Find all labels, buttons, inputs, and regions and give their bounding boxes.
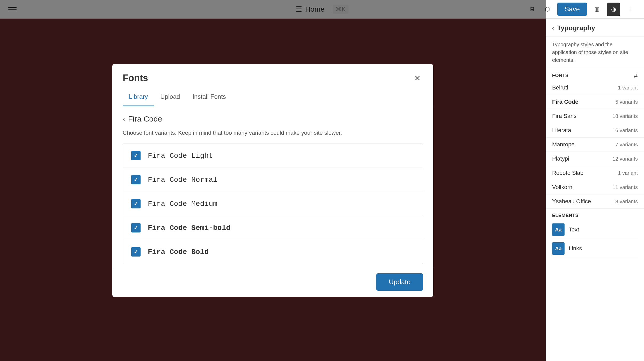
variant-semibold-checkbox[interactable]: ✓ — [131, 223, 141, 232]
font-variants: 11 variants — [612, 184, 638, 190]
elements-section-label: ELEMENTS — [552, 213, 638, 218]
typography-description: Typography styles and the application of… — [546, 36, 644, 68]
font-name: Vollkorn — [552, 184, 572, 191]
font-roboto-slab[interactable]: Roboto Slab 1 variant — [546, 166, 644, 180]
theme-toggle-icon[interactable]: ◑ — [607, 3, 620, 16]
modal-header: Fonts ✕ — [112, 64, 433, 84]
font-back-name: Fira Code — [128, 115, 162, 123]
variant-normal: ✓ Fira Code Normal — [123, 168, 423, 192]
variant-normal-label: Fira Code Normal — [148, 176, 217, 184]
font-literata[interactable]: Literata 16 variants — [546, 123, 644, 138]
variant-light: ✓ Fira Code Light — [123, 144, 423, 168]
font-manrope[interactable]: Manrope 7 variants — [546, 138, 644, 152]
save-button[interactable]: Save — [557, 3, 587, 16]
fonts-settings-icon[interactable]: ⇄ — [633, 72, 638, 79]
fonts-modal: Fonts ✕ Library Upload Install Fonts ‹ F… — [112, 64, 433, 297]
tab-upload[interactable]: Upload — [154, 88, 186, 106]
back-arrow-icon[interactable]: ‹ — [552, 25, 554, 32]
variant-light-checkbox[interactable]: ✓ — [131, 151, 141, 160]
font-name: Fira Sans — [552, 113, 576, 119]
variant-bold-label: Fira Code Bold — [148, 248, 209, 256]
variant-semibold: ✓ Fira Code Semi-bold — [123, 216, 423, 240]
font-variants: 18 variants — [612, 199, 638, 205]
fonts-section-label: FONTS — [552, 73, 569, 78]
update-button[interactable]: Update — [376, 273, 423, 291]
variant-hint: Choose font variants. Keep in mind that … — [123, 130, 423, 136]
variant-list: ✓ Fira Code Light ✓ Fira Code Normal ✓ F… — [123, 144, 423, 264]
font-back-row: ‹ Fira Code — [123, 115, 423, 123]
font-back-arrow-icon[interactable]: ‹ — [123, 115, 125, 123]
modal-title: Fonts — [123, 73, 148, 84]
font-name: Roboto Slab — [552, 170, 583, 176]
element-links[interactable]: Aa Links — [552, 239, 638, 258]
font-fira-code[interactable]: Fira Code 5 variants — [546, 95, 644, 109]
element-name: Text — [569, 226, 579, 233]
font-variants: 5 variants — [615, 99, 638, 105]
checkmark-icon: ✓ — [134, 200, 138, 207]
modal-body: ‹ Fira Code Choose font variants. Keep i… — [112, 106, 433, 267]
checkmark-icon: ✓ — [134, 176, 138, 183]
font-vollkorn[interactable]: Vollkorn 11 variants — [546, 180, 644, 194]
variant-bold-checkbox[interactable]: ✓ — [131, 247, 141, 257]
elements-section: ELEMENTS Aa Text Aa Links — [546, 209, 644, 260]
font-name: Manrope — [552, 141, 575, 148]
variant-normal-checkbox[interactable]: ✓ — [131, 175, 141, 184]
variant-semibold-label: Fira Code Semi-bold — [148, 224, 230, 232]
tab-library[interactable]: Library — [123, 88, 154, 106]
checkmark-icon: ✓ — [134, 224, 138, 231]
variant-light-label: Fira Code Light — [148, 152, 213, 160]
links-element-icon: Aa — [552, 242, 565, 255]
font-name: Beiruti — [552, 84, 568, 91]
typography-header: ‹ Typography — [546, 20, 644, 36]
font-variants: 1 variant — [618, 170, 638, 176]
fonts-list: Beiruti 1 variant Fira Code 5 variants F… — [546, 81, 644, 209]
font-variants: 7 variants — [615, 142, 638, 148]
layout-icon[interactable]: ▥ — [591, 4, 603, 15]
checkmark-icon: ✓ — [134, 152, 138, 159]
more-options-icon[interactable]: ⋮ — [624, 4, 636, 15]
font-fira-sans[interactable]: Fira Sans 18 variants — [546, 109, 644, 123]
modal-footer: Update — [112, 267, 433, 297]
font-beiruti[interactable]: Beiruti 1 variant — [546, 81, 644, 95]
font-name: Fira Code — [552, 99, 578, 105]
font-name: Literata — [552, 127, 571, 134]
font-variants: 16 variants — [612, 127, 638, 133]
font-platypi[interactable]: Platypi 12 variants — [546, 152, 644, 166]
modal-overlay: Fonts ✕ Library Upload Install Fonts ‹ F… — [0, 0, 546, 361]
tab-install-fonts[interactable]: Install Fonts — [186, 88, 232, 106]
checkmark-icon: ✓ — [134, 249, 138, 255]
font-name: Platypi — [552, 155, 569, 162]
font-variants: 18 variants — [612, 113, 638, 119]
variant-medium: ✓ Fira Code Medium — [123, 192, 423, 216]
font-variants: 12 variants — [612, 156, 638, 162]
font-variants: 1 variant — [618, 85, 638, 91]
fonts-section-header: FONTS ⇄ — [546, 68, 644, 81]
right-panel: Styles 👁 🕐 ⋮ ✕ ‹ Typography Typography s… — [546, 0, 644, 361]
variant-bold: ✓ Fira Code Bold — [123, 240, 423, 264]
modal-close-button[interactable]: ✕ — [412, 72, 423, 84]
font-name: Ysabeau Office — [552, 198, 591, 205]
font-ysabeau-office[interactable]: Ysabeau Office 18 variants — [546, 194, 644, 209]
typography-title: Typography — [557, 24, 595, 32]
variant-medium-checkbox[interactable]: ✓ — [131, 199, 141, 208]
element-text[interactable]: Aa Text — [552, 220, 638, 239]
modal-tabs: Library Upload Install Fonts — [112, 88, 433, 106]
element-name: Links — [569, 245, 582, 252]
text-element-icon: Aa — [552, 223, 565, 236]
variant-medium-label: Fira Code Medium — [148, 200, 217, 208]
